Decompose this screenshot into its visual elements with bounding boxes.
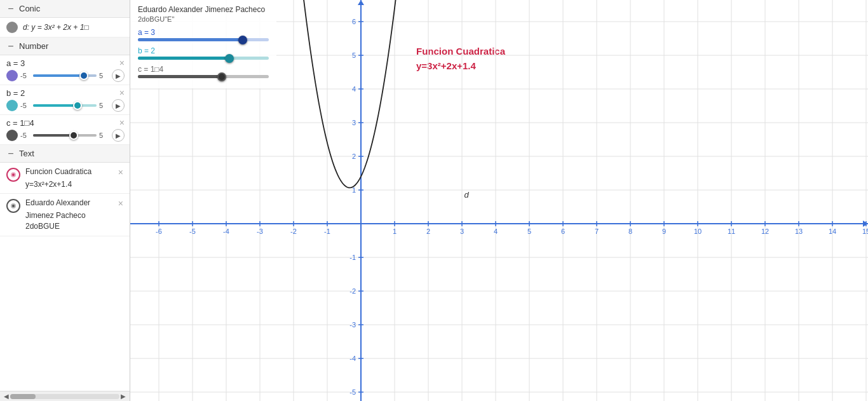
svg-text:2: 2 <box>352 153 356 160</box>
number-b-play-btn[interactable]: ▶ <box>112 99 125 112</box>
text-collapse-icon[interactable]: − <box>6 149 15 158</box>
sidebar: − Conic d: y = 3x² + 2x + 1□ − Number a … <box>0 0 130 401</box>
conic-section-label: Conic <box>19 4 40 13</box>
sp-row-a: a = 3 <box>138 28 269 41</box>
svg-text:-2: -2 <box>349 287 356 295</box>
svg-text:-5: -5 <box>189 228 196 235</box>
scroll-left-arrow[interactable]: ◀ <box>3 393 10 400</box>
conic-section-header[interactable]: − Conic <box>0 0 130 18</box>
svg-text:6: 6 <box>561 228 565 235</box>
slider-panel: Eduardo Alexander Jimenez Pacheco 2doBGU… <box>130 0 276 88</box>
number-a-slider-row: -5 5 ▶ <box>6 69 125 82</box>
text-section-header[interactable]: − Text <box>0 145 130 163</box>
text-funcion-line1: Funcion Cuadratica <box>25 167 92 179</box>
svg-text:9: 9 <box>662 228 666 235</box>
number-c-max: 5 <box>99 132 109 139</box>
svg-text:3: 3 <box>352 119 356 126</box>
conic-collapse-icon[interactable]: − <box>6 4 15 13</box>
text-item-funcion: Funcion Cuadratica × y=3x²+2x+1.4 <box>0 163 130 194</box>
sp-label-c: c = 1□4 <box>138 65 269 74</box>
number-a-close[interactable]: × <box>119 58 125 68</box>
text-funcion-close[interactable]: × <box>118 167 123 179</box>
svg-text:4: 4 <box>352 85 356 93</box>
text-author-line1: Eduardo Alexander <box>25 198 90 210</box>
conic-equation: d: y = 3x² + 2x + 1□ <box>23 23 123 32</box>
conic-item: d: y = 3x² + 2x + 1□ <box>0 18 130 37</box>
svg-text:4: 4 <box>494 228 498 235</box>
sp-row-c: c = 1□4 <box>138 65 269 78</box>
sidebar-scrollbar[interactable]: ◀ ▶ <box>0 391 130 401</box>
svg-marker-38 <box>863 221 868 227</box>
number-c-slider[interactable] <box>33 129 97 142</box>
canvas-area[interactable]: Eduardo Alexander Jimenez Pacheco 2doBGU… <box>130 0 868 401</box>
svg-text:-1: -1 <box>349 254 356 261</box>
number-b-close[interactable]: × <box>119 88 125 98</box>
text-author-close[interactable]: × <box>118 198 123 210</box>
svg-text:-4: -4 <box>223 228 229 235</box>
svg-text:13: 13 <box>795 228 803 235</box>
text-author-line2: Jimenez Pacheco <box>25 210 123 221</box>
text-author-icon <box>6 199 20 213</box>
text-author-content: Eduardo Alexander × Jimenez Pacheco 2doB… <box>25 198 123 231</box>
text-funcion-icon <box>6 168 20 182</box>
number-item-b: b = 2 × -5 5 ▶ <box>0 85 130 115</box>
svg-text:7: 7 <box>595 228 599 235</box>
svg-text:-3: -3 <box>349 321 356 329</box>
svg-marker-39 <box>358 0 364 5</box>
number-b-max: 5 <box>99 102 109 109</box>
number-a-max: 5 <box>99 72 109 79</box>
number-c-color-icon <box>6 130 18 141</box>
sp-slider-b[interactable] <box>138 57 269 60</box>
sp-row-b: b = 2 <box>138 46 269 60</box>
number-section-label: Number <box>19 41 48 51</box>
svg-text:1: 1 <box>393 228 397 235</box>
svg-text:5: 5 <box>352 51 356 59</box>
svg-text:12: 12 <box>761 228 769 235</box>
svg-text:6: 6 <box>352 18 356 25</box>
text-funcion-content: Funcion Cuadratica × y=3x²+2x+1.4 <box>25 167 123 189</box>
text-section-label: Text <box>19 149 34 158</box>
number-a-color-icon <box>6 70 18 81</box>
number-b-slider[interactable] <box>33 99 97 112</box>
number-item-a: a = 3 × -5 5 ▶ <box>0 55 130 85</box>
text-author-line3: 2doBGUE <box>25 221 123 232</box>
svg-text:-4: -4 <box>349 355 356 362</box>
number-b-label: b = 2 <box>6 88 25 98</box>
sp-label-b: b = 2 <box>138 46 269 55</box>
number-c-play-btn[interactable]: ▶ <box>112 129 125 142</box>
svg-text:14: 14 <box>829 228 836 235</box>
number-b-slider-row: -5 5 ▶ <box>6 99 125 112</box>
sp-slider-a[interactable] <box>138 38 269 41</box>
number-a-min: -5 <box>20 72 31 79</box>
number-b-min: -5 <box>20 102 31 109</box>
number-c-min: -5 <box>20 132 31 139</box>
svg-text:8: 8 <box>628 228 632 235</box>
conic-item-icon <box>6 22 18 33</box>
svg-text:15: 15 <box>862 228 868 235</box>
number-c-label: c = 1□4 <box>6 118 34 128</box>
number-item-c: c = 1□4 × -5 5 ▶ <box>0 115 130 145</box>
text-item-author: Eduardo Alexander × Jimenez Pacheco 2doB… <box>0 194 130 236</box>
sp-header: Eduardo Alexander Jimenez Pacheco <box>138 5 269 14</box>
sp-subheader: 2doBGU"E" <box>138 15 269 23</box>
scroll-right-arrow[interactable]: ▶ <box>119 393 127 400</box>
curve-label-d: d <box>465 190 469 200</box>
number-c-close[interactable]: × <box>119 118 125 128</box>
svg-text:-2: -2 <box>290 228 297 235</box>
svg-text:5: 5 <box>527 228 531 235</box>
svg-point-3 <box>12 205 15 207</box>
svg-text:10: 10 <box>694 228 702 235</box>
number-section-header[interactable]: − Number <box>0 37 130 55</box>
svg-text:-6: -6 <box>156 228 162 235</box>
number-collapse-icon[interactable]: − <box>6 42 15 51</box>
number-a-label: a = 3 <box>6 58 25 68</box>
svg-text:2: 2 <box>426 228 430 235</box>
svg-text:-1: -1 <box>324 228 330 235</box>
sp-slider-c[interactable] <box>138 75 269 78</box>
svg-text:-5: -5 <box>349 388 356 396</box>
number-a-slider[interactable] <box>33 69 97 82</box>
svg-text:11: 11 <box>728 228 735 235</box>
number-c-slider-row: -5 5 ▶ <box>6 129 125 142</box>
svg-point-1 <box>12 173 15 176</box>
number-a-play-btn[interactable]: ▶ <box>112 69 125 82</box>
